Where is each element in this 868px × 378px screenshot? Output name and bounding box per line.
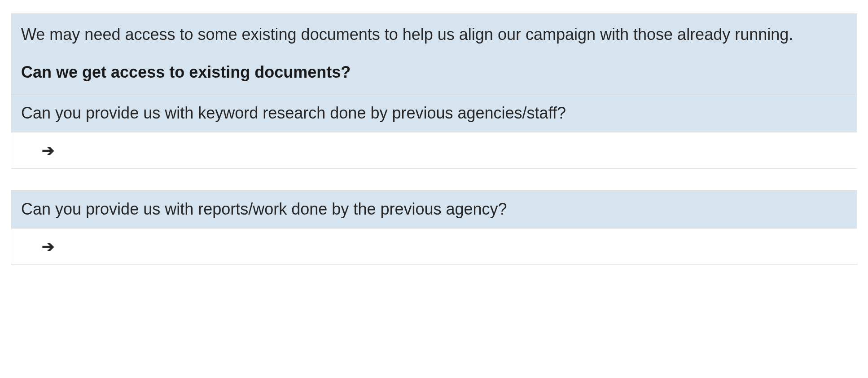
section-existing-documents: We may need access to some existing docu… bbox=[11, 13, 857, 169]
answer-row-1[interactable]: ➔ bbox=[11, 132, 857, 169]
question-keyword-research: Can you provide us with keyword research… bbox=[11, 95, 857, 132]
bold-question: Can we get access to existing documents? bbox=[21, 62, 847, 83]
section-previous-reports: Can you provide us with reports/work don… bbox=[11, 190, 857, 265]
header-block: We may need access to some existing docu… bbox=[11, 13, 857, 95]
arrow-icon: ➔ bbox=[42, 141, 54, 159]
intro-text: We may need access to some existing docu… bbox=[21, 24, 847, 46]
arrow-icon: ➔ bbox=[42, 237, 54, 255]
question-previous-reports: Can you provide us with reports/work don… bbox=[11, 190, 857, 229]
answer-row-2[interactable]: ➔ bbox=[11, 229, 857, 265]
